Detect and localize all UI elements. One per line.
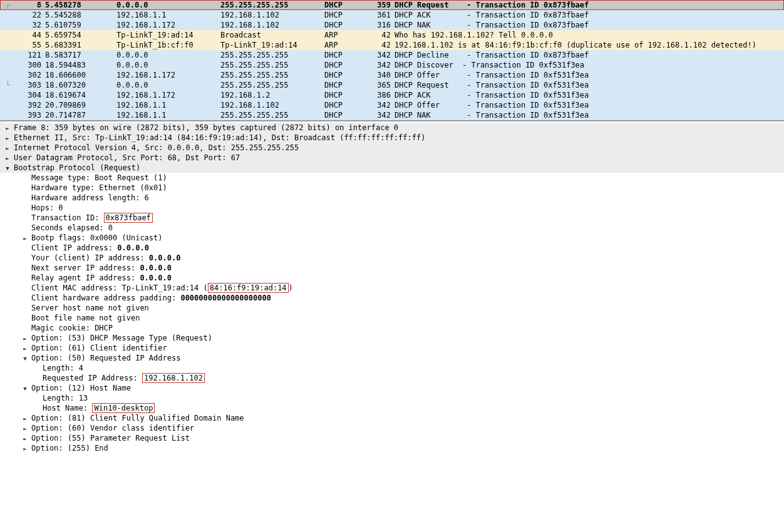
detail-text: Bootp flags: 0x0000 (Unicast) xyxy=(31,233,163,242)
detail-text: Bootstrap Protocol (Request) xyxy=(14,163,140,172)
expand-down-icon[interactable]: ▼ xyxy=(4,165,11,171)
packet-time: 18.619674 xyxy=(45,91,116,100)
tree-marker xyxy=(0,61,15,69)
packet-row[interactable]: 325.610759192.168.1.172192.168.1.102DHCP… xyxy=(0,20,784,30)
detail-text: Option: (53) DHCP Message Type (Request) xyxy=(31,334,212,342)
expand-right-icon[interactable]: ► xyxy=(21,235,29,242)
packet-row[interactable]: 1218.5837170.0.0.0255.255.255.255DHCP342… xyxy=(0,50,784,60)
expand-down-icon[interactable]: ▼ xyxy=(21,386,29,392)
detail-expandable[interactable]: ►Option: (60) Vendor class identifier xyxy=(0,423,784,433)
highlighted-value: 84:16:f9:19:ad:14 xyxy=(208,283,289,293)
packet-info: DHCP Discover- Transaction ID 0xf531f3ea xyxy=(395,61,784,69)
expand-right-icon[interactable]: ► xyxy=(4,145,11,151)
detail-text: Option: (12) Host Name xyxy=(31,384,131,392)
detail-text: Option: (81) Client Fully Qualified Doma… xyxy=(31,414,244,422)
packet-row[interactable]: ┌85.4582780.0.0.0255.255.255.255DHCP359D… xyxy=(0,0,784,10)
expand-right-icon[interactable]: ► xyxy=(21,345,29,352)
detail-expandable[interactable]: ▼Option: (12) Host Name xyxy=(0,383,784,393)
packet-dst: Tp-LinkT_19:ad:14 xyxy=(220,41,324,49)
detail-expandable[interactable]: ▼Option: (50) Requested IP Address xyxy=(0,353,784,363)
detail-field: Server host name not given xyxy=(0,303,784,313)
expand-down-icon[interactable]: ▼ xyxy=(21,356,29,362)
packet-details: ►Frame 8: 359 bytes on wire (2872 bits),… xyxy=(0,121,784,459)
packet-row[interactable]: 225.545288192.168.1.1192.168.1.102DHCP36… xyxy=(0,10,784,20)
packet-time: 5.545288 xyxy=(45,11,116,19)
detail-text: Ethernet II, Src: Tp-LinkT_19:ad:14 (84:… xyxy=(14,133,425,142)
detail-text: Internet Protocol Version 4, Src: 0.0.0.… xyxy=(14,143,299,152)
packet-info: DHCP Offer - Transaction ID 0xf531f3ea xyxy=(395,101,784,110)
detail-text: Option: (60) Vendor class identifier xyxy=(31,424,194,432)
detail-text: Option: (61) Client identifier xyxy=(31,344,167,352)
detail-expandable[interactable]: ►Option: (61) Client identifier xyxy=(0,343,784,353)
detail-expandable[interactable]: ►Option: (53) DHCP Message Type (Request… xyxy=(0,333,784,343)
packet-info: Who has 192.168.1.102? Tell 0.0.0.0 xyxy=(395,31,784,39)
detail-field: Next server IP address: 0.0.0.0 xyxy=(0,263,784,273)
packet-len: 342 xyxy=(369,101,395,110)
detail-expandable[interactable]: ▼Bootstrap Protocol (Request) xyxy=(0,163,784,173)
detail-field: Client MAC address: Tp-LinkT_19:ad:14 (8… xyxy=(0,283,784,293)
detail-text: Length: 13 xyxy=(43,394,88,402)
tree-marker xyxy=(0,21,15,29)
detail-text: Option: (255) End xyxy=(31,444,108,453)
expand-right-icon[interactable]: ► xyxy=(4,125,11,131)
packet-dst: 192.168.1.102 xyxy=(220,21,324,29)
packet-dst: 255.255.255.255 xyxy=(220,111,324,120)
detail-expandable[interactable]: ►Frame 8: 359 bytes on wire (2872 bits),… xyxy=(0,123,784,133)
packet-src: 192.168.1.172 xyxy=(116,21,220,29)
packet-no: 55 xyxy=(15,41,45,49)
detail-field: Requested IP Address: 192.168.1.102 xyxy=(0,373,784,383)
detail-text: Your (client) IP address: 0.0.0.0 xyxy=(31,253,180,262)
packet-row[interactable]: └30318.6073200.0.0.0255.255.255.255DHCP3… xyxy=(0,80,784,90)
packet-proto: DHCP xyxy=(324,91,369,100)
detail-expandable[interactable]: ►Option: (55) Parameter Request List xyxy=(0,433,784,443)
packet-row[interactable]: 445.659754Tp-LinkT_19:ad:14BroadcastARP4… xyxy=(0,30,784,40)
detail-expandable[interactable]: ►Option: (81) Client Fully Qualified Dom… xyxy=(0,413,784,423)
packet-info: DHCP Offer - Transaction ID 0xf531f3ea xyxy=(395,71,784,79)
packet-time: 20.709869 xyxy=(45,101,116,110)
packet-len: 361 xyxy=(369,11,395,19)
detail-text: Hardware address length: 6 xyxy=(31,193,149,202)
detail-expandable[interactable]: ►Bootp flags: 0x0000 (Unicast) xyxy=(0,233,784,243)
packet-proto: DHCP xyxy=(324,81,369,90)
detail-text: Seconds elapsed: 0 xyxy=(31,223,113,232)
packet-proto: DHCP xyxy=(324,51,369,59)
tree-marker xyxy=(0,91,15,100)
packet-row[interactable]: 555.683391Tp-LinkT_1b:cf:f0Tp-LinkT_19:a… xyxy=(0,40,784,50)
detail-text: Hops: 0 xyxy=(31,203,63,212)
packet-src: 0.0.0.0 xyxy=(116,81,220,90)
expand-right-icon[interactable]: ► xyxy=(21,426,29,432)
packet-time: 20.714787 xyxy=(45,111,116,120)
tree-marker: ┌ xyxy=(0,1,15,9)
detail-expandable[interactable]: ►Option: (255) End xyxy=(0,443,784,453)
detail-text: Server host name not given xyxy=(31,304,149,312)
detail-field: Hardware address length: 6 xyxy=(0,193,784,203)
expand-right-icon[interactable]: ► xyxy=(4,155,11,161)
packet-row[interactable]: 39220.709869192.168.1.1192.168.1.102DHCP… xyxy=(0,100,784,110)
detail-text: Relay agent IP address: 0.0.0.0 xyxy=(31,274,172,282)
packet-info: DHCP Request - Transaction ID 0x873fbaef xyxy=(395,1,784,9)
packet-no: 44 xyxy=(15,31,45,39)
expand-right-icon[interactable]: ► xyxy=(21,335,29,342)
expand-right-icon[interactable]: ► xyxy=(21,436,29,442)
packet-src: 0.0.0.0 xyxy=(116,51,220,59)
packet-no: 32 xyxy=(15,21,45,29)
expand-right-icon[interactable]: ► xyxy=(21,446,29,452)
packet-len: 316 xyxy=(369,21,395,29)
detail-field: Your (client) IP address: 0.0.0.0 xyxy=(0,253,784,263)
detail-expandable[interactable]: ►Ethernet II, Src: Tp-LinkT_19:ad:14 (84… xyxy=(0,133,784,143)
detail-expandable[interactable]: ►User Datagram Protocol, Src Port: 68, D… xyxy=(0,153,784,163)
packet-len: 359 xyxy=(369,1,395,9)
packet-time: 8.583717 xyxy=(45,51,116,59)
packet-len: 365 xyxy=(369,81,395,90)
expand-right-icon[interactable]: ► xyxy=(21,416,29,422)
packet-row[interactable]: 30218.606600192.168.1.172255.255.255.255… xyxy=(0,70,784,80)
packet-row[interactable]: 39320.714787192.168.1.1255.255.255.255DH… xyxy=(0,110,784,120)
expand-right-icon[interactable]: ► xyxy=(4,135,11,141)
packet-row[interactable]: 30018.5944830.0.0.0255.255.255.255DHCP34… xyxy=(0,60,784,70)
packet-src: 192.168.1.1 xyxy=(116,11,220,19)
detail-text: User Datagram Protocol, Src Port: 68, Ds… xyxy=(14,153,240,162)
packet-no: 121 xyxy=(15,51,45,59)
packet-src: 0.0.0.0 xyxy=(116,1,220,9)
packet-row[interactable]: 30418.619674192.168.1.172192.168.1.2DHCP… xyxy=(0,90,784,100)
detail-expandable[interactable]: ►Internet Protocol Version 4, Src: 0.0.0… xyxy=(0,143,784,153)
